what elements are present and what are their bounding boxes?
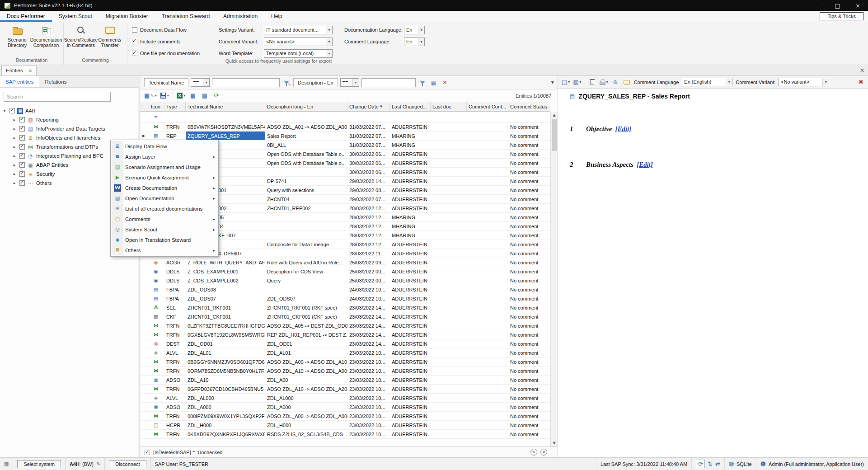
column-header[interactable]: Change Date bbox=[347, 102, 390, 111]
field-select[interactable]: <No variant> ▾ bbox=[264, 38, 333, 46]
chevron-down-icon[interactable]: ▼ bbox=[551, 80, 554, 85]
column-header[interactable]: Comment Conf... bbox=[467, 102, 508, 111]
checkbox[interactable] bbox=[19, 126, 25, 132]
select-system-button[interactable]: Select system bbox=[17, 460, 61, 468]
table-columns-button[interactable]: ▤ bbox=[201, 91, 209, 100]
column-header[interactable]: Icon bbox=[147, 102, 164, 111]
clipboard-icon[interactable]: ▦ bbox=[4, 461, 9, 467]
column-header[interactable]: Type bbox=[164, 102, 186, 111]
ribbon-big-button[interactable]: Search/Replacein Comments bbox=[66, 24, 95, 57]
table-row[interactable]: ▶ ≣ ADSO ZDL_A10 ZDL_A00 23/03/2022 10..… bbox=[141, 376, 550, 385]
context-menu-item[interactable]: ≡ Assign Layer ▸ bbox=[112, 151, 217, 162]
context-menu-item[interactable]: ≣ Others ▸ bbox=[112, 245, 217, 255]
grid-filter-row[interactable] bbox=[141, 112, 550, 122]
context-menu-item[interactable]: W Create Documentation ▸ bbox=[112, 183, 217, 193]
field-select[interactable]: IT standard document... ▾ bbox=[264, 26, 333, 34]
remove-filter-icon[interactable]: ✕ bbox=[540, 449, 547, 456]
edit-link[interactable]: [Edit] bbox=[637, 161, 653, 169]
table-row[interactable]: ▶ ▩ CKF ZHCNT01_CKF001 ZHCNT01_CKF001 (C… bbox=[141, 312, 550, 321]
table-row[interactable]: ▶ ◉ ACGR Z_ROLE_WITH_QUERY_AND_AF Role w… bbox=[141, 258, 550, 267]
table-row[interactable]: ▶ ◉ DDLS Z_CDS_EXAMPLE002 Query 25/03/20… bbox=[141, 276, 550, 285]
ribbon-tab[interactable]: Docu Performer bbox=[0, 11, 52, 22]
table-row[interactable]: ▶ ⋈ TRFN 000IPZM09X9W0X1YPL3SQXP2F ADSO … bbox=[141, 412, 550, 421]
context-menu-item[interactable]: ▢ Comments ▸ bbox=[112, 214, 217, 224]
tab-entities[interactable]: Entities ✕ bbox=[1, 65, 37, 75]
expand-icon[interactable]: ▸ bbox=[12, 163, 17, 167]
checkbox[interactable] bbox=[19, 171, 25, 177]
tree-item-system-root[interactable]: ▾ ▦ A4H bbox=[2, 106, 136, 115]
ribbon-big-button[interactable]: DocumentationComparison bbox=[32, 24, 61, 57]
comment-bubble-icon[interactable] bbox=[623, 78, 631, 87]
clear-filter-icon[interactable]: ✕ bbox=[441, 78, 450, 87]
minimize-button[interactable]: – bbox=[807, 0, 827, 11]
scrollbar-thumb[interactable] bbox=[552, 119, 557, 151]
expand-icon[interactable]: ▸ bbox=[12, 154, 17, 158]
ribbon-tab[interactable]: Administration bbox=[216, 11, 264, 22]
table-row[interactable]: ▶ ⋈ TRFN 0LZFKT9ZTTBC8UEE7RHHGFDGF ADSO … bbox=[141, 321, 550, 330]
db-sync-up-icon[interactable]: ⇅ bbox=[708, 461, 713, 467]
export-option-checkbox[interactable]: Include comments bbox=[132, 37, 209, 46]
close-all-icon[interactable]: ✕ bbox=[860, 67, 864, 74]
filter-edit-icon[interactable]: ✎ bbox=[282, 78, 291, 87]
table-row[interactable]: ▶ ◈ ALVL ZDL_AL000 ZDL_AL000 23/03/2022 … bbox=[141, 394, 550, 403]
delete-icon[interactable] bbox=[588, 78, 596, 87]
table-row[interactable]: ▶ A SEL ZHCNT01_RKF001 ZHCNT01_RKF001 (R… bbox=[141, 303, 550, 312]
table-row[interactable]: ▶ ◉ DDLS Z_CDS_EXAMPLE001 Description fo… bbox=[141, 267, 550, 276]
table-view-button[interactable]: ▦ bbox=[189, 91, 197, 100]
column-header[interactable]: Technical Name bbox=[186, 102, 265, 111]
table-row[interactable]: ▶ ⋈ TRFN 0GXBLGV8T192CL8W0SMSWRGF REP ZD… bbox=[141, 330, 550, 339]
expand-icon[interactable]: ▸ bbox=[12, 136, 17, 140]
checkbox[interactable] bbox=[19, 162, 25, 168]
sync-refresh-button[interactable]: ⟳ bbox=[696, 460, 705, 468]
table-row[interactable]: ▶ ▤ FBPA ZDL_ODS07 ZDL_ODS07 24/03/2022 … bbox=[141, 294, 550, 303]
tips-and-tricks-button[interactable]: Tips & Tricks bbox=[820, 12, 863, 20]
table-row[interactable]: ▶ ◎ DEST ZDL_OD01 ZDL_OD01 23/03/2022 14… bbox=[141, 339, 550, 348]
checkbox[interactable] bbox=[19, 135, 25, 141]
ribbon-big-button[interactable]: CommentsTransfer bbox=[95, 24, 124, 57]
table-row[interactable]: ▶ ▦ REP ZQUERY_SALES_REP Sales Report 31… bbox=[141, 132, 550, 141]
table-row[interactable]: ▶ ◫ HCPR ZDL_H000 ZDL_H000 23/03/2022 10… bbox=[141, 421, 550, 430]
ribbon-big-button[interactable]: ScenarioDirectory bbox=[3, 24, 32, 57]
expand-icon[interactable]: ▸ bbox=[12, 181, 17, 185]
table-row[interactable]: ▶ ⋈ TRFN 0GFPD0367CD10CBHD465BNU5 ADSO Z… bbox=[141, 385, 550, 394]
ribbon-tab[interactable]: Help bbox=[264, 11, 289, 22]
expand-icon[interactable]: ▸ bbox=[12, 172, 17, 176]
technical-name-filter-input[interactable] bbox=[212, 78, 280, 87]
context-menu-item[interactable]: ▤ Open Documentation ▸ bbox=[112, 193, 217, 203]
filter-field-2-label[interactable]: Description - En bbox=[293, 78, 338, 87]
close-button[interactable]: × bbox=[848, 0, 868, 11]
export-document-button[interactable]: ▤▾ bbox=[562, 78, 570, 87]
field-select[interactable]: Template.dotx (Local) ▾ bbox=[264, 49, 333, 58]
left-panel-tab[interactable]: Relations bbox=[39, 76, 72, 87]
web-sync-icon[interactable]: ⊕ bbox=[611, 78, 619, 87]
comment-variant-select[interactable]: <No variant> ▾ bbox=[779, 78, 829, 86]
expand-icon[interactable]: ▸ bbox=[12, 145, 17, 149]
edit-filter-icon[interactable]: ✎ bbox=[530, 449, 537, 456]
column-header[interactable] bbox=[141, 102, 147, 111]
table-row[interactable]: ▶ ◈ ALVL ZDL_AL01 ZDL_AL01 23/03/2022 10… bbox=[141, 348, 550, 357]
table-row[interactable]: ▶ ▤ FBPA ZDL_ODS08 24/03/2022 10... ADUE… bbox=[141, 285, 550, 294]
db-sync-transfer-icon[interactable]: ⇄ bbox=[715, 461, 720, 467]
ribbon-tab[interactable]: Translation Steward bbox=[155, 11, 216, 22]
disconnect-button[interactable]: Disconnect bbox=[109, 460, 146, 468]
tree-item[interactable]: ▸ ▥ Reporting bbox=[2, 115, 136, 124]
print-icon[interactable]: ▾ bbox=[600, 78, 608, 87]
description-filter-input[interactable] bbox=[361, 78, 416, 87]
table-row[interactable]: ▶ ⋈ TRFN 0B9GGY6NNMZJV0SO601QF7D6 ADSO Z… bbox=[141, 357, 550, 367]
filter-operator-2-select[interactable]: == ▾ bbox=[340, 78, 359, 87]
ribbon-tab[interactable]: System Scout bbox=[52, 11, 99, 22]
collapse-icon[interactable]: ▾ bbox=[2, 108, 7, 113]
column-header[interactable]: Description long - En bbox=[265, 102, 347, 111]
context-menu-item[interactable]: ▤ Scenario Assignment and Usage ▸ bbox=[112, 162, 217, 172]
vertical-scrollbar[interactable]: ▲ ▼ bbox=[550, 112, 558, 446]
close-tab-icon[interactable]: ✕ bbox=[28, 68, 32, 73]
row-expand-icon[interactable]: ▶ bbox=[142, 134, 145, 138]
ribbon-tab[interactable]: Migration Booster bbox=[99, 11, 155, 22]
filter-grid-icon[interactable]: ▦ bbox=[429, 78, 438, 87]
language-select[interactable]: En ▾ bbox=[404, 26, 425, 34]
context-menu-item[interactable]: ▶ Scenario Quick Assignment ▸ bbox=[112, 172, 217, 183]
context-menu-item[interactable]: ◎ System Scout ▸ bbox=[112, 224, 217, 235]
language-select[interactable]: En ▾ bbox=[404, 38, 425, 46]
checkbox[interactable] bbox=[19, 117, 25, 122]
tree-item[interactable]: ▸ ▤ InfoProvider and Data Targets bbox=[2, 124, 136, 133]
